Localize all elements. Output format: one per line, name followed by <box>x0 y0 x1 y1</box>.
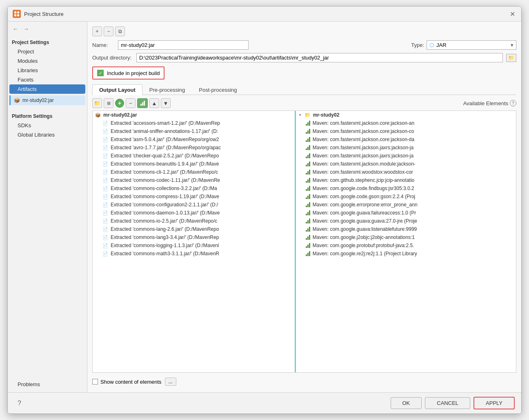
artifact-sort-button[interactable] <box>137 98 148 108</box>
remove-artifact-button[interactable]: − <box>104 27 113 36</box>
tab-pre-processing[interactable]: Pre-processing <box>142 84 192 95</box>
left-root-item[interactable]: 📦 mr-study02.jar <box>93 111 295 119</box>
list-item[interactable]: 📄 Extracted 'commons-logging-1.1.3.jar/'… <box>93 241 295 250</box>
browse-button[interactable]: 📁 <box>506 54 516 62</box>
artifact-name-label: mr-study02:jar <box>22 97 54 103</box>
sidebar-item-modules[interactable]: Modules <box>8 56 87 66</box>
right-panel: ▼ 📁 mr-study02 Maven: com.fasterxm <box>296 111 516 372</box>
list-item[interactable]: Maven: com.fasterxml.jackson.jaxrs:jacks… <box>296 152 516 160</box>
list-item[interactable]: 📄 Extracted 'accessors-smart-1.2.jar/' (… <box>93 119 295 127</box>
list-item[interactable]: Maven: com.google.errorprone:error_prone… <box>296 201 516 209</box>
close-button[interactable]: ✕ <box>508 10 516 18</box>
list-item[interactable]: 📄 Extracted 'commons-compress-1.19.jar/'… <box>93 192 295 201</box>
include-build-label: Include in project build <box>107 70 160 76</box>
project-structure-dialog: Project Structure ✕ ← → Project Settings… <box>7 6 522 414</box>
list-item[interactable]: Maven: com.google.code.gson:gson:2.2.4 (… <box>296 192 516 201</box>
list-item[interactable]: 📄 Extracted 'commons-collections-3.2.2.j… <box>93 184 295 192</box>
tab-post-processing[interactable]: Post-processing <box>192 84 244 95</box>
list-item[interactable]: Maven: com.github.stephenc.jcip:jcip-ann… <box>296 176 516 184</box>
title-bar-left: Project Structure <box>13 10 64 18</box>
list-item[interactable]: 📄 Extracted 'commons-configuration2-2.1.… <box>93 201 295 209</box>
sidebar-item-global-libraries[interactable]: Global Libraries <box>8 130 87 139</box>
right-root-item[interactable]: ▼ 📁 mr-study02 <box>296 111 516 119</box>
more-button[interactable]: ... <box>165 378 176 386</box>
list-item[interactable]: 📄 Extracted 'commons-beanutils-1.9.4.jar… <box>93 160 295 168</box>
sidebar-item-facets[interactable]: Facets <box>8 75 87 84</box>
copy-artifact-button[interactable]: ⧉ <box>115 27 125 36</box>
maven-icon <box>306 178 310 183</box>
apply-button[interactable]: APPLY <box>473 397 515 409</box>
sidebar-item-problems[interactable]: Problems <box>8 380 87 389</box>
extracted-icon: 📄 <box>102 121 108 126</box>
artifact-module-button[interactable]: ⊞ <box>104 98 113 108</box>
artifact-list-toolbar: + − ⧉ <box>92 27 516 36</box>
module-folder-icon: 📁 <box>305 112 311 118</box>
list-item[interactable]: 📄 Extracted 'checker-qual-2.5.2.jar/' (D… <box>93 152 295 160</box>
list-item[interactable]: Maven: com.google.code.findbugs:jsr305:3… <box>296 184 516 192</box>
list-item[interactable]: Maven: com.google.re2j:re2j:1.1 (Project… <box>296 250 516 258</box>
type-select[interactable]: ⬡ JAR ▾ <box>427 40 516 50</box>
extracted-icon: 📄 <box>102 235 108 240</box>
title-bar: Project Structure ✕ <box>8 7 521 22</box>
tab-output-layout[interactable]: Output Layout <box>92 84 142 95</box>
list-item[interactable]: Maven: com.google.guava:guava:27.0-jre (… <box>296 217 516 225</box>
list-item[interactable]: 📄 Extracted 'asm-5.0.4.jar/' (D:/MavenRe… <box>93 135 295 144</box>
artifact-remove-button[interactable]: − <box>126 98 136 108</box>
list-item[interactable]: Maven: com.fasterxml.jackson.module:jack… <box>296 160 516 168</box>
sidebar-item-libraries[interactable]: Libraries <box>8 66 87 75</box>
list-item[interactable]: Maven: com.fasterxml.jackson.core:jackso… <box>296 135 516 144</box>
help-icon-footer[interactable]: ? <box>18 400 21 407</box>
artifact-add-button[interactable]: + <box>115 99 124 108</box>
maven-icon <box>306 153 310 158</box>
name-input[interactable] <box>118 40 249 50</box>
list-item[interactable]: 📄 Extracted 'commons-lang-2.6.jar/' (D:/… <box>93 225 295 233</box>
output-dir-input[interactable] <box>136 53 503 62</box>
extracted-icon: 📄 <box>102 137 108 142</box>
nav-forward-button[interactable]: → <box>22 25 31 33</box>
list-item[interactable]: 📄 Extracted 'commons-daemon-1.0.13.jar/'… <box>93 209 295 217</box>
artifact-down-button[interactable]: ▼ <box>161 98 171 108</box>
ok-button[interactable]: OK <box>391 397 422 409</box>
list-item[interactable]: Maven: com.google.protobuf:protobuf-java… <box>296 241 516 250</box>
maven-icon <box>306 161 310 166</box>
list-item[interactable]: 📄 Extracted 'commons-lang3-3.4.jar/' (D:… <box>93 233 295 241</box>
extracted-icon: 📄 <box>102 186 108 191</box>
maven-icon <box>306 145 310 150</box>
artifact-folder-button[interactable]: 📁 <box>92 98 102 108</box>
list-item[interactable]: Maven: com.google.guava:listenablefuture… <box>296 225 516 233</box>
list-item[interactable]: 📄 Extracted 'commons-io-2.5.jar/' (D:/Ma… <box>93 217 295 225</box>
cancel-button[interactable]: CANCEL <box>425 397 470 409</box>
sidebar: ← → Project Settings Project Modules Lib… <box>8 22 87 392</box>
artifact-up-button[interactable]: ▲ <box>149 98 159 108</box>
list-item[interactable]: Maven: com.fasterxml.jackson.core:jackso… <box>296 119 516 127</box>
list-item[interactable]: 📄 Extracted 'animal-sniffer-annotations-… <box>93 127 295 135</box>
list-item[interactable]: 📄 Extracted 'commons-codec-1.11.jar/' (D… <box>93 176 295 184</box>
list-item[interactable]: Maven: com.fasterxml.jackson.core:jackso… <box>296 127 516 135</box>
chevron-down-icon: ▼ <box>298 113 302 117</box>
maven-icon <box>306 210 310 215</box>
list-item[interactable]: 📄 Extracted 'commons-cli-1.2.jar/' (D:/M… <box>93 168 295 176</box>
sidebar-item-artifacts[interactable]: Artifacts <box>9 84 85 94</box>
list-item[interactable]: Maven: com.fasterxml.jackson.jaxrs:jacks… <box>296 144 516 152</box>
help-icon[interactable]: ? <box>510 100 516 106</box>
include-build-checkbox[interactable]: ✓ <box>97 70 104 76</box>
artifact-content-toolbar: 📁 ⊞ + − ▲ ▼ Available Elements ? <box>92 98 516 108</box>
list-item[interactable]: Maven: com.fasterxml.woodstox:woodstox-c… <box>296 168 516 176</box>
maven-icon <box>306 121 310 126</box>
list-item[interactable]: Maven: com.google.j2objc:j2objc-annotati… <box>296 233 516 241</box>
list-item[interactable]: Maven: com.google.guava:failureaccess:1.… <box>296 209 516 217</box>
nav-back-button[interactable]: ← <box>11 25 20 33</box>
show-content-checkbox[interactable]: Show content of elements <box>92 379 162 385</box>
output-dir-label: Output directory: <box>92 55 133 61</box>
list-item[interactable]: 📄 Extracted 'commons-math3-3.1.1.jar/' (… <box>93 250 295 258</box>
extracted-icon: 📄 <box>102 202 108 208</box>
svg-rect-0 <box>14 11 16 13</box>
type-label: Type: <box>411 42 424 48</box>
sidebar-item-project[interactable]: Project <box>8 47 87 56</box>
list-item[interactable]: 📄 Extracted 'avro-1.7.7.jar/' (D:/MavenR… <box>93 144 295 152</box>
sidebar-item-sdks[interactable]: SDKs <box>8 121 87 130</box>
sidebar-artifact-entry[interactable]: 📦 mr-study02:jar <box>9 95 85 105</box>
available-elements-label: Available Elements ? <box>463 100 516 106</box>
svg-rect-3 <box>17 14 19 16</box>
add-artifact-button[interactable]: + <box>92 27 102 36</box>
